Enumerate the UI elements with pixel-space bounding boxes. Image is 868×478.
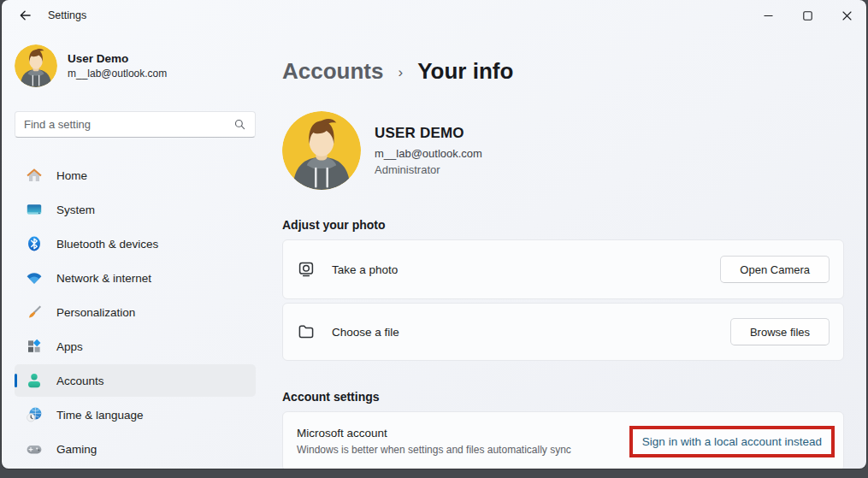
sidebar-user-account[interactable]: User Demo m__lab@outlook.com xyxy=(15,44,256,87)
profile-summary: USER DEMO m__lab@outlook.com Administrat… xyxy=(282,111,844,190)
microsoft-account-title: Microsoft account xyxy=(297,427,571,440)
microsoft-account-row: Microsoft account Windows is better when… xyxy=(282,411,844,469)
camera-icon xyxy=(297,260,316,279)
system-icon xyxy=(25,201,43,219)
time-language-icon xyxy=(25,406,43,424)
search-icon xyxy=(233,118,246,131)
sidebar-item-label: Personalization xyxy=(56,306,135,319)
sidebar-item-label: System xyxy=(56,204,95,216)
take-photo-label: Take a photo xyxy=(332,263,398,276)
sidebar-item-label: Time & language xyxy=(56,409,144,422)
back-arrow-icon xyxy=(18,9,32,22)
breadcrumb-accounts[interactable]: Accounts xyxy=(282,58,383,85)
gaming-icon xyxy=(25,440,43,458)
profile-name: USER DEMO xyxy=(375,125,482,142)
maximize-icon xyxy=(803,11,812,21)
browse-files-button[interactable]: Browse files xyxy=(730,318,830,345)
maximize-button[interactable] xyxy=(788,1,827,30)
microsoft-account-description: Windows is better when settings and file… xyxy=(297,444,571,456)
close-button[interactable] xyxy=(827,1,866,30)
sidebar-item-label: Network & internet xyxy=(56,272,151,285)
minimize-icon xyxy=(764,11,773,21)
personalization-icon xyxy=(25,304,43,322)
network-icon xyxy=(25,269,43,287)
sidebar-item-accounts[interactable]: Accounts xyxy=(15,364,256,397)
titlebar: Settings xyxy=(2,0,866,31)
sidebar: User Demo m__lab@outlook.com xyxy=(2,31,269,469)
choose-file-label: Choose a file xyxy=(332,326,399,339)
sidebar-item-label: Gaming xyxy=(56,443,97,456)
bluetooth-icon xyxy=(25,235,43,253)
settings-window: Settings User Demo m__lab@outlook.com xyxy=(2,0,866,469)
selected-indicator xyxy=(15,374,17,387)
search-box[interactable] xyxy=(15,111,256,138)
home-icon xyxy=(25,167,43,185)
breadcrumb: Accounts › Your info xyxy=(282,58,844,85)
account-settings-heading: Account settings xyxy=(282,390,844,404)
sidebar-item-system[interactable]: System xyxy=(15,193,256,226)
annotation-highlight-box: Sign in with a local account instead xyxy=(629,426,835,457)
profile-role: Administrator xyxy=(375,163,482,176)
open-camera-button[interactable]: Open Camera xyxy=(720,256,830,283)
sidebar-item-label: Home xyxy=(56,169,87,182)
accounts-icon xyxy=(25,372,43,390)
minimize-button[interactable] xyxy=(748,1,788,30)
user-avatar xyxy=(15,44,57,87)
window-title: Settings xyxy=(48,9,86,21)
profile-email: m__lab@outlook.com xyxy=(375,147,482,160)
sidebar-item-apps[interactable]: Apps xyxy=(15,330,256,363)
sidebar-item-time-language[interactable]: Time & language xyxy=(15,398,256,431)
back-button[interactable] xyxy=(10,3,39,28)
breadcrumb-separator: › xyxy=(398,64,403,81)
folder-icon xyxy=(297,322,316,341)
sidebar-item-label: Accounts xyxy=(56,375,104,387)
sidebar-item-label: Apps xyxy=(56,340,83,353)
sidebar-nav: Home System xyxy=(15,159,256,465)
close-icon xyxy=(842,11,852,21)
profile-meta: USER DEMO m__lab@outlook.com Administrat… xyxy=(375,125,482,176)
main-content: Accounts › Your info USER DEMO m__lab@ou… xyxy=(269,31,866,469)
sidebar-item-network[interactable]: Network & internet xyxy=(15,262,256,294)
user-name: User Demo xyxy=(68,52,167,65)
sidebar-item-home[interactable]: Home xyxy=(15,159,256,192)
profile-avatar xyxy=(282,111,361,190)
take-photo-row: Take a photo Open Camera xyxy=(282,239,844,299)
sidebar-item-personalization[interactable]: Personalization xyxy=(15,296,256,328)
user-email: m__lab@outlook.com xyxy=(68,68,167,80)
microsoft-account-texts: Microsoft account Windows is better when… xyxy=(297,427,571,456)
sidebar-item-gaming[interactable]: Gaming xyxy=(15,433,256,465)
choose-file-row: Choose a file Browse files xyxy=(282,303,844,361)
page-title: Your info xyxy=(417,58,513,85)
search-input[interactable] xyxy=(24,118,233,131)
apps-icon xyxy=(25,338,43,356)
sign-in-local-account-link[interactable]: Sign in with a local account instead xyxy=(642,435,822,448)
user-meta: User Demo m__lab@outlook.com xyxy=(68,52,167,80)
adjust-photo-heading: Adjust your photo xyxy=(282,218,844,232)
sidebar-item-label: Bluetooth & devices xyxy=(56,238,158,251)
sidebar-item-bluetooth[interactable]: Bluetooth & devices xyxy=(15,227,256,260)
